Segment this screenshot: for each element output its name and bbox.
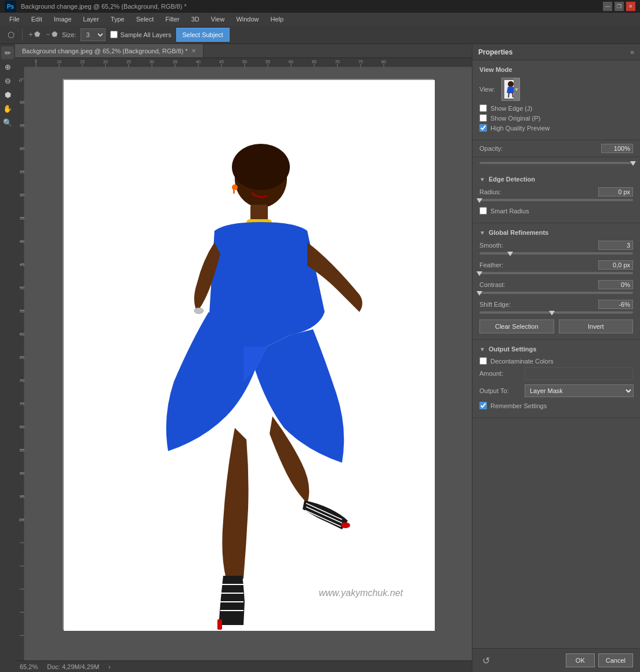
show-original-row: Show Original (P) — [479, 114, 633, 122]
tool-circle-minus[interactable]: ⊖ — [1, 74, 14, 87]
shift-edge-slider-track — [479, 311, 633, 314]
contrast-label-row: Contrast: — [479, 280, 633, 289]
tool-brush[interactable]: ✏ — [1, 46, 14, 59]
menu-edit[interactable]: Edit — [27, 14, 47, 24]
smart-radius-checkbox[interactable] — [479, 207, 487, 215]
restore-button[interactable]: ❐ — [614, 2, 624, 11]
contrast-value[interactable] — [598, 280, 633, 289]
svg-text:40: 40 — [196, 60, 201, 64]
menu-filter[interactable]: Filter — [161, 14, 184, 24]
menu-type[interactable]: Type — [106, 14, 129, 24]
feather-slider-track — [479, 272, 633, 274]
global-refinements-header[interactable]: ▼ Global Refinements — [479, 229, 633, 236]
high-quality-checkbox[interactable] — [479, 124, 487, 132]
minimize-button[interactable]: — — [603, 2, 612, 11]
opacity-row: Opacity: — [472, 140, 640, 157]
ok-button[interactable]: OK — [566, 653, 595, 667]
quick-selection-tool[interactable]: ⬡ — [5, 28, 17, 41]
menu-file[interactable]: File — [5, 14, 24, 24]
svg-text:40: 40 — [20, 239, 24, 244]
feather-slider-thumb — [477, 271, 482, 276]
menu-help[interactable]: Help — [266, 14, 289, 24]
subtract-selection-icon[interactable]: －⬟ — [45, 28, 57, 41]
show-original-label: Show Original (P) — [490, 115, 540, 122]
sample-all-layers-checkbox[interactable] — [110, 31, 118, 38]
ruler-vertical: 5 10 15 20 25 30 35 — [15, 67, 24, 660]
panel-expand-icon[interactable]: » — [630, 48, 634, 56]
main-area: ✏ ⊕ ⊖ ⬢ ✋ 🔍 Background change.jpeg @ 65,… — [0, 44, 640, 672]
global-refinements-title: Global Refinements — [489, 229, 548, 236]
tab-label: Background change.jpeg @ 65,2% (Backgrou… — [22, 48, 188, 55]
view-thumbnail[interactable]: ▼ — [501, 78, 520, 101]
opacity-input[interactable] — [601, 144, 633, 153]
svg-text:5: 5 — [35, 59, 37, 63]
svg-text:10: 10 — [20, 100, 24, 104]
radius-value[interactable] — [598, 187, 633, 197]
output-to-select[interactable]: Selection Layer Mask New Layer New Layer… — [525, 384, 634, 397]
svg-text:90: 90 — [20, 471, 24, 475]
view-label: View: — [479, 86, 497, 93]
decontaminate-checkbox[interactable] — [479, 357, 487, 365]
show-edge-checkbox[interactable] — [479, 104, 487, 112]
properties-panel: Properties » View Mode View: ▼ — [472, 44, 640, 672]
smooth-label-row: Smooth: — [479, 241, 633, 250]
output-settings-section: ▼ Output Settings Decontaminate Colors A… — [472, 340, 640, 418]
tool-hand[interactable]: ✋ — [1, 102, 14, 115]
ok-cancel-group: OK Cancel — [566, 653, 633, 667]
add-selection-icon[interactable]: ＋⬟ — [27, 28, 40, 41]
feather-row: Feather: — [479, 260, 633, 274]
output-to-row: Output To: Selection Layer Mask New Laye… — [479, 384, 633, 397]
select-subject-button[interactable]: Select Subject — [176, 28, 230, 42]
view-dropdown-arrow[interactable]: ▼ — [514, 78, 519, 100]
output-settings-header[interactable]: ▼ Output Settings — [479, 346, 633, 353]
svg-text:45: 45 — [20, 263, 24, 267]
svg-text:75: 75 — [358, 60, 363, 64]
menu-layer[interactable]: Layer — [78, 14, 104, 24]
invert-button[interactable]: Invert — [559, 319, 634, 333]
svg-rect-88 — [217, 619, 222, 630]
menu-image[interactable]: Image — [49, 14, 77, 24]
tab-close-icon[interactable]: ✕ — [191, 48, 196, 54]
close-button[interactable]: ✕ — [626, 2, 635, 11]
clear-selection-button[interactable]: Clear Selection — [479, 319, 554, 333]
tool-refine[interactable]: ⬢ — [1, 88, 14, 101]
global-refinements-section: ▼ Global Refinements Smooth: Feather: — [472, 223, 640, 340]
feather-value[interactable] — [598, 260, 633, 270]
title-bar-title: Background change.jpeg @ 65,2% (Backgrou… — [21, 3, 187, 10]
figure-svg: www.yakymchuk.net — [64, 80, 435, 631]
reset-button[interactable]: ↺ — [479, 654, 492, 667]
menu-window[interactable]: Window — [231, 14, 263, 24]
smooth-row: Smooth: — [479, 241, 633, 255]
tool-circle-plus[interactable]: ⊕ — [1, 60, 14, 73]
size-select[interactable]: 3 5 10 20 — [81, 28, 106, 41]
ruler-corner — [15, 58, 24, 67]
svg-text:65: 65 — [20, 355, 24, 359]
sample-all-layers-text: Sample All Layers — [120, 31, 171, 38]
tool-zoom[interactable]: 🔍 — [1, 116, 14, 129]
canvas-scroll-area[interactable]: www.yakymchuk.net — [24, 67, 472, 660]
opacity-slider-row — [472, 162, 640, 166]
refinement-buttons-row: Clear Selection Invert — [479, 319, 633, 333]
menu-select[interactable]: Select — [132, 14, 159, 24]
decontaminate-row: Decontaminate Colors — [479, 357, 633, 365]
document-tab[interactable]: Background change.jpeg @ 65,2% (Backgrou… — [15, 44, 203, 57]
toolbox: ✏ ⊕ ⊖ ⬢ ✋ 🔍 — [0, 44, 15, 672]
smooth-value[interactable] — [598, 241, 633, 250]
svg-text:50: 50 — [242, 60, 247, 64]
cancel-button[interactable]: Cancel — [598, 653, 633, 667]
status-arrow-icon[interactable]: › — [108, 663, 111, 670]
shift-edge-value[interactable] — [598, 300, 633, 309]
panel-bottom-left: ↺ — [479, 654, 492, 667]
svg-line-99 — [508, 93, 509, 97]
remember-settings-checkbox[interactable] — [479, 402, 487, 409]
menu-3d[interactable]: 3D — [187, 14, 204, 24]
radius-row: Radius: — [479, 187, 633, 201]
radius-label: Radius: — [479, 188, 501, 195]
view-mode-section: View Mode View: ▼ Show Edge — [472, 60, 640, 140]
menu-view[interactable]: View — [206, 14, 230, 24]
shift-edge-label-row: Shift Edge: — [479, 300, 633, 309]
svg-text:85: 85 — [20, 448, 24, 452]
panel-header: Properties » — [472, 44, 640, 60]
edge-detection-header[interactable]: ▼ Edge Detection — [479, 176, 633, 183]
show-original-checkbox[interactable] — [479, 114, 487, 122]
